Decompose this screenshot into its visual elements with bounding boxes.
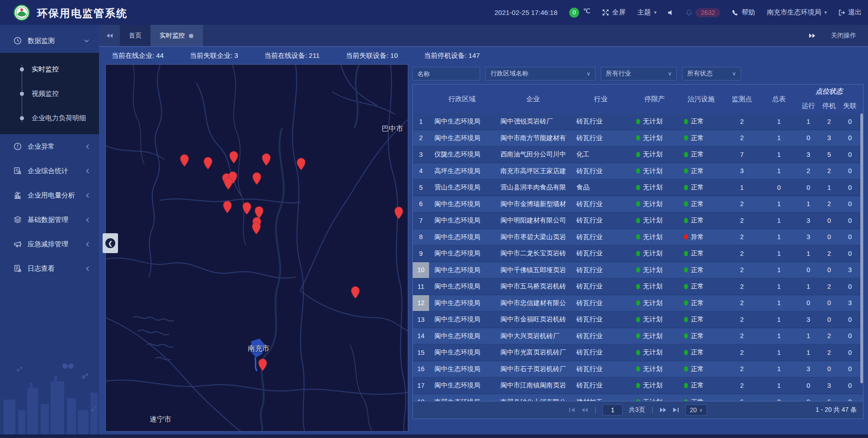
logout-button[interactable]: 退出 xyxy=(839,8,862,17)
mute-button[interactable] xyxy=(668,10,674,15)
table-row[interactable]: 13阆中生态环境局阆中市金福旺页岩机砖砖瓦行业无计划正常21300 xyxy=(413,311,863,328)
table-row[interactable]: 14阆中生态环境局阆中大兴页岩机砖厂砖瓦行业无计划正常21120 xyxy=(413,328,863,345)
sidebar-collapse-button[interactable]: ❮ xyxy=(103,233,118,253)
cell-industry: 砖瓦行业 xyxy=(571,377,631,394)
sidebar-item-basic-data[interactable]: 基础数据管理 xyxy=(0,207,99,232)
cell-stop-limit: 无计划 xyxy=(631,179,679,196)
map-pin[interactable] xyxy=(229,151,238,164)
page-size-select[interactable]: 20 ∨ xyxy=(685,405,707,415)
map-panel[interactable]: 巴中市南充市遂宁市 xyxy=(105,64,408,432)
cell-lost: 0 xyxy=(840,361,860,377)
first-page-button[interactable] xyxy=(569,407,575,413)
status-dot-green xyxy=(636,201,640,207)
table-row[interactable]: 17阆中生态环境局阆中市江南镇阆南页岩砖瓦行业无计划正常21030 xyxy=(413,377,863,394)
map-pin[interactable] xyxy=(180,154,189,167)
cell-stop-limit: 无计划 xyxy=(631,328,679,344)
user-menu[interactable]: 南充市生态环境局 ▾ xyxy=(767,8,827,17)
sidebar-item-realtime-monitor[interactable]: 实时监控 xyxy=(0,57,99,81)
tab-realtime-monitor[interactable]: 实时监控 ⊗ xyxy=(151,25,203,46)
cell-stop-limit: 无计划 xyxy=(631,113,679,130)
status-dot-green xyxy=(636,234,640,240)
tabs-scroll-right-button[interactable] xyxy=(809,33,816,38)
next-page-button[interactable] xyxy=(660,407,666,413)
status-dot-green xyxy=(636,399,640,401)
status-dot-green xyxy=(636,168,640,174)
table-row[interactable]: 10阆中生态环境局阆中千佛镇五郎垭页岩砖瓦行业无计划正常21003 xyxy=(413,262,863,279)
last-page-icon xyxy=(673,407,679,413)
company-table: 行政区域 企业 行业 停限产 治污设施 监测点 总表 点位状态 运行 停机 失联 xyxy=(412,84,863,401)
chevron-down-icon: ∨ xyxy=(727,71,736,77)
sidebar-item-video-monitor[interactable]: 视频监控 xyxy=(0,81,99,106)
table-row[interactable]: 3仪陇生态环境局西南油气田分公司川中化工无计划正常71350 xyxy=(413,146,863,163)
cell-company: 西南油气田分公司川中 xyxy=(495,146,571,163)
status-dot-green xyxy=(684,317,688,322)
map-pin[interactable] xyxy=(394,207,403,219)
cell-monitor: 2 xyxy=(724,377,760,394)
table-row[interactable]: 7阆中生态环境局阆中明阳建材有限公司砖瓦行业无计划正常21300 xyxy=(413,212,863,229)
map-pin[interactable] xyxy=(203,157,212,170)
map-pin[interactable] xyxy=(262,153,271,166)
map-pin[interactable] xyxy=(297,158,306,170)
map-pin[interactable] xyxy=(258,358,267,371)
map-pin[interactable] xyxy=(351,286,360,299)
sidebar-item-logs[interactable]: 日志查看 xyxy=(0,256,99,281)
theme-dropdown[interactable]: 主题 ▾ xyxy=(637,8,657,17)
status-dot-green xyxy=(636,284,640,289)
map-pin[interactable] xyxy=(223,201,232,213)
tabs-scroll-left-button[interactable] xyxy=(99,25,120,46)
cell-company: 阆中市金福旺页岩机砖 xyxy=(495,311,571,328)
table-row[interactable]: 11阆中生态环境局阆中市五马桥页岩机砖砖瓦行业无计划正常21120 xyxy=(413,278,863,295)
industry-select[interactable]: 所有行业 ∨ xyxy=(601,67,677,80)
region-select[interactable]: 行政区域名称 ∨ xyxy=(486,67,595,80)
table-row[interactable]: 9阆中生态环境局阆中市二龙长宝页岩砖砖瓦行业无计划正常21120 xyxy=(413,245,863,262)
prev-page-button[interactable] xyxy=(581,407,588,413)
tab-home[interactable]: 首页 xyxy=(120,25,151,46)
table-row[interactable]: 5营山生态环境局营山县润丰肉食品有限食品无计划正常10010 xyxy=(413,179,863,196)
table-row[interactable]: 15阆中生态环境局阆中市光富页岩机砖厂砖瓦行业无计划正常21120 xyxy=(413,344,863,361)
table-row[interactable]: 6阆中生态环境局阆中市金博瑞新型墙材砖瓦行业无计划正常21120 xyxy=(413,196,863,213)
notifications[interactable]: 2632 xyxy=(686,8,720,17)
status-select[interactable]: 所有状态 ∨ xyxy=(682,67,741,80)
sidebar-item-power-load-detail[interactable]: 企业电力负荷明细 xyxy=(0,106,99,130)
sidebar-item-company-abnormal[interactable]: 企业异常 xyxy=(0,134,99,159)
sidebar-item-data-monitor[interactable]: 数据监测 xyxy=(0,28,99,53)
cell-region: 阆中生态环境局 xyxy=(429,328,495,344)
table-row[interactable]: 12阆中生态环境局阆中市忠信建材有限公砖瓦行业无计划正常21003 xyxy=(413,295,863,312)
map-pin[interactable] xyxy=(224,177,233,190)
table-row[interactable]: 4高坪生态环境局南充市高坪区王家店建砖瓦行业无计划正常31220 xyxy=(413,163,863,180)
name-search-input[interactable] xyxy=(412,67,480,80)
page-size-value: 20 xyxy=(690,406,697,414)
map-pin[interactable] xyxy=(252,222,261,235)
cell-facility: 正常 xyxy=(679,212,724,229)
col-header-company: 企业 xyxy=(495,85,571,113)
table-row[interactable]: 18南部生态环境局南部县砂化上河有限公建材加工无计划正常60060 xyxy=(413,394,863,401)
map-pin[interactable] xyxy=(242,202,251,215)
sidebar-item-company-statistics[interactable]: 企业综合统计 xyxy=(0,159,99,183)
cell-meter: 1 xyxy=(760,163,798,179)
sidebar-item-emergency-reduction[interactable]: 应急减排管理 xyxy=(0,232,99,256)
table-scrollbar[interactable] xyxy=(860,113,863,383)
cell-meter: 1 xyxy=(760,278,798,295)
chevron-left-icon xyxy=(86,169,89,174)
cell-stop-limit: 无计划 xyxy=(631,377,679,394)
cell-stop-limit: 无计划 xyxy=(631,394,679,401)
close-icon[interactable]: ⊗ xyxy=(189,32,194,39)
page-number-input[interactable] xyxy=(603,405,623,415)
fullscreen-button[interactable]: 全屏 xyxy=(602,8,626,17)
map-pin[interactable] xyxy=(252,172,261,185)
table-row[interactable]: 8阆中生态环境局阆中市枣碧大梁山页岩砖瓦行业无计划异常21300 xyxy=(413,229,863,246)
sidebar-item-power-analysis[interactable]: 企业用电量分析 xyxy=(0,183,99,207)
total-pages-label: 共3页 xyxy=(629,406,645,414)
table-row[interactable]: 2阆中生态环境局阆中市南方节能建材有砖瓦行业无计划正常21030 xyxy=(413,130,863,147)
chevron-left-icon xyxy=(86,242,89,247)
cell-region: 阆中生态环境局 xyxy=(429,278,495,295)
last-page-button[interactable] xyxy=(673,407,679,413)
table-row[interactable]: 16阆中生态环境局阆中市石子页岩机砖厂砖瓦行业无计划正常21300 xyxy=(413,361,863,378)
table-row[interactable]: 1阆中生态环境局阆中强锐页岩砖厂砖瓦行业无计划正常21120 xyxy=(413,113,863,130)
row-index: 12 xyxy=(413,295,429,311)
status-dot-green xyxy=(684,366,688,372)
close-operations-button[interactable]: 关闭操作 xyxy=(831,32,856,40)
cell-lost: 0 xyxy=(840,229,860,245)
cell-region: 南部生态环境局 xyxy=(429,394,495,401)
help-button[interactable]: 帮助 xyxy=(732,8,755,17)
